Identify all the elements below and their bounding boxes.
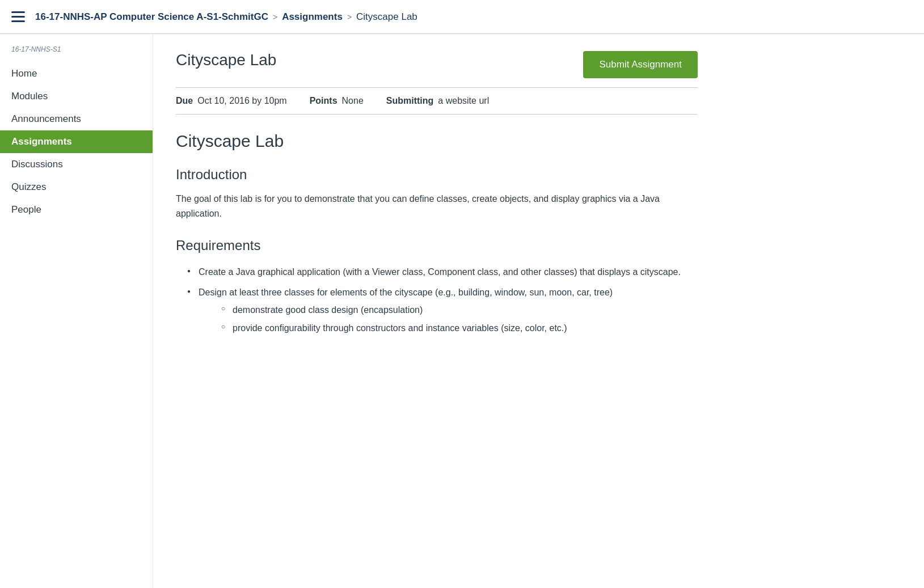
content-title: Cityscape Lab: [176, 132, 698, 151]
due-label: Due: [176, 96, 193, 106]
requirement-item-1: Create a Java graphical application (wit…: [187, 265, 698, 280]
main-content: Cityscape Lab Submit Assignment Due Oct …: [153, 34, 720, 588]
sidebar-course-label: 16-17-NNHS-S1: [0, 45, 153, 62]
sidebar-item-discussions[interactable]: Discussions: [0, 153, 153, 176]
hamburger-menu[interactable]: [11, 11, 25, 22]
assignment-meta-row: Due Oct 10, 2016 by 10pm Points None Sub…: [176, 87, 698, 115]
breadcrumb-course[interactable]: 16-17-NNHS-AP Computer Science A-S1-Schm…: [35, 11, 268, 23]
intro-heading: Introduction: [176, 167, 698, 183]
breadcrumb: 16-17-NNHS-AP Computer Science A-S1-Schm…: [35, 11, 417, 23]
sidebar-item-assignments[interactable]: Assignments: [0, 130, 153, 153]
sub-requirement-item-2: provide configurability through construc…: [221, 321, 698, 336]
sidebar-item-quizzes[interactable]: Quizzes: [0, 176, 153, 198]
intro-text: The goal of this lab is for you to demon…: [176, 192, 698, 221]
breadcrumb-current: Cityscape Lab: [356, 11, 417, 23]
main-layout: 16-17-NNHS-S1 Home Modules Announcements…: [0, 34, 924, 588]
submitting-label: Submitting: [386, 96, 434, 106]
points-label: Points: [310, 96, 337, 106]
submitting-value: a website url: [438, 96, 489, 106]
sub-requirement-item-1: demonstrate good class design (encapsula…: [221, 303, 698, 318]
points-value: None: [342, 96, 364, 106]
assignment-title: Cityscape Lab: [176, 51, 276, 69]
requirements-heading: Requirements: [176, 238, 698, 253]
submit-assignment-button[interactable]: Submit Assignment: [583, 51, 698, 78]
assignment-header: Cityscape Lab Submit Assignment: [176, 51, 698, 78]
meta-submitting: Submitting a website url: [386, 96, 489, 106]
due-value: Oct 10, 2016 by 10pm: [197, 96, 286, 106]
requirement-item-2: Design at least three classes for elemen…: [187, 285, 698, 336]
requirements-list: Create a Java graphical application (wit…: [176, 265, 698, 335]
meta-due: Due Oct 10, 2016 by 10pm: [176, 96, 287, 106]
sidebar-item-announcements[interactable]: Announcements: [0, 108, 153, 130]
sidebar-item-home[interactable]: Home: [0, 62, 153, 85]
sidebar: 16-17-NNHS-S1 Home Modules Announcements…: [0, 34, 153, 588]
meta-points: Points None: [310, 96, 364, 106]
sub-requirements-list: demonstrate good class design (encapsula…: [199, 303, 698, 335]
breadcrumb-sep-1: >: [273, 12, 277, 22]
sidebar-item-people[interactable]: People: [0, 198, 153, 221]
top-nav: 16-17-NNHS-AP Computer Science A-S1-Schm…: [0, 0, 924, 34]
breadcrumb-assignments[interactable]: Assignments: [282, 11, 343, 23]
sidebar-item-modules[interactable]: Modules: [0, 85, 153, 108]
breadcrumb-sep-2: >: [347, 12, 352, 22]
requirements-section: Requirements Create a Java graphical app…: [176, 238, 698, 335]
